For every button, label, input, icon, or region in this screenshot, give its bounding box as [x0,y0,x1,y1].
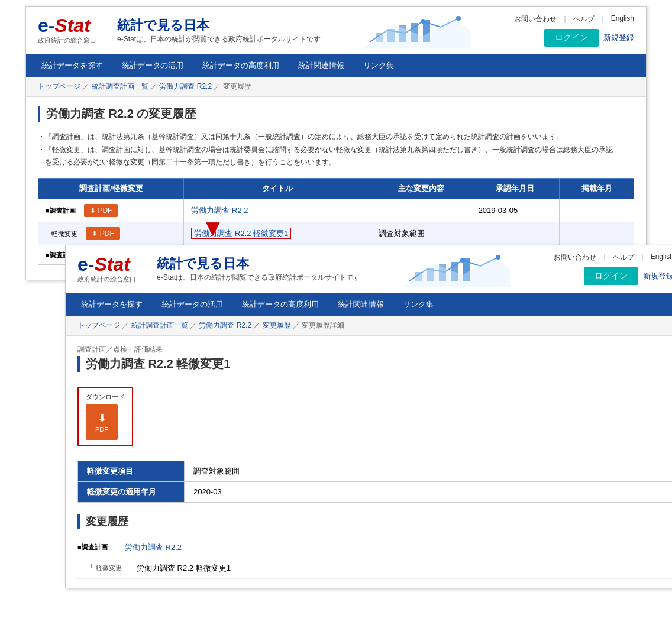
col-header-post: 掲載年月 [560,178,634,199]
row2-changes: 調査対象範囲 [371,222,471,245]
header-chart [364,12,470,48]
bottom-english-link[interactable]: English [651,252,672,263]
header-buttons: ログイン 新規登録 [544,29,634,47]
logo-area: e-Stat 政府統計の総合窓口 統計で見る日本 e-Statは、日本の統計が閲… [38,15,321,45]
history-link-1[interactable]: 労働力調査 R2.2 [125,543,182,552]
bottom-bc-survey[interactable]: 労働力調査 R2.2 [199,321,251,329]
bottom-nav-item-1[interactable]: 統計データを探す [72,293,152,316]
bottom-nav-item-2[interactable]: 統計データの活用 [152,293,232,316]
bottom-site-title: 統計で見る日本 [157,255,360,273]
download-pdf-button[interactable]: ⬇ PDF [86,404,118,440]
main-nav: 統計データを探す 統計データの活用 統計データの高度利用 統計関連情報 リンク集 [26,54,646,77]
history-title-1: 労働力調査 R2.2 [125,542,672,553]
bottom-header-chart [403,251,510,287]
history-item-1: ■調査計画 労働力調査 R2.2 [77,537,672,558]
svg-point-1 [456,16,461,21]
description: ・「調査計画」は、統計法第九条（基幹統計調査）又は同第十九条（一般統計調査）の定… [38,131,634,169]
row1-type: ■調査計画 ⬇ PDF [38,199,184,222]
history-title: 変更履歴 [77,514,672,529]
bottom-site-title-area: 統計で見る日本 e-Statは、日本の統計が閲覧できる政府統計ポータルサイトです [157,255,360,283]
bottom-nav-item-5[interactable]: リンク集 [393,293,443,316]
help-link[interactable]: ヘルプ [573,14,595,24]
bottom-bc-current: 変更履歴詳細 [302,321,344,329]
pdf-button-2[interactable]: ⬇ PDF [86,227,119,240]
top-header: e-Stat 政府統計の総合窓口 統計で見る日本 e-Statは、日本の統計が閲… [26,7,646,54]
bottom-nav-item-4[interactable]: 統計関連情報 [328,293,393,316]
table-row: ■調査計画 ⬇ PDF 労働力調査 R2.2 2019-03-05 [38,199,634,222]
bottom-window: e-Stat 政府統計の総合窓口 統計で見る日本 e-Statは、日本の統計が閲… [65,245,672,588]
header-links: お問い合わせ ｜ ヘルプ ｜ English [514,14,634,24]
section-label: 調査計画／点検・評価結果 [77,345,672,355]
table-row: 軽微変更 ⬇ PDF 労働力調査 R2.2 軽微変更1 調査対象範囲 [38,222,634,245]
logo-stat: Stat [54,15,90,36]
row1-changes [371,199,471,222]
logo-dash: - [49,15,55,36]
history-title-2: 労働力調査 R2.2 軽微変更1 [137,563,672,574]
bottom-logo-subtitle: 政府統計の総合窓口 [77,275,136,284]
download-label: ダウンロード [86,393,125,401]
bottom-help-link[interactable]: ヘルプ [613,252,634,263]
bottom-main-nav: 統計データを探す 統計データの活用 統計データの高度利用 統計関連情報 リンク集 [66,293,672,316]
bottom-page-content: 調査計画／点検・評価結果 労働力調査 R2.2 軽微変更1 ダウンロード ⬇ P… [66,336,672,588]
bottom-bc-list[interactable]: 統計調査計画一覧 [131,321,188,329]
row2-type: 軽微変更 ⬇ PDF [38,222,184,245]
register-button[interactable]: 新規登録 [603,29,634,47]
logo: e-Stat 政府統計の総合窓口 [38,15,96,45]
detail-row-1: 軽微変更項目 調査対象範囲 [78,461,673,481]
detail-table: 軽微変更項目 調査対象範囲 軽微変更の適用年月 2020-03 [77,461,672,503]
bottom-header-buttons: ログイン 新規登録 [584,267,672,285]
nav-item-1[interactable]: 統計データを探す [32,54,112,77]
download-box[interactable]: ダウンロード ⬇ PDF [77,387,133,446]
english-link[interactable]: English [611,14,634,24]
pdf-button-1[interactable]: ⬇ PDF [84,204,118,217]
bottom-bc-top[interactable]: トップページ [77,321,120,329]
breadcrumb-top[interactable]: トップページ [38,82,80,90]
row1-approval: 2019-03-05 [471,199,560,222]
bottom-logo-area: e-Stat 政府統計の総合窓口 統計で見る日本 e-Statは、日本の統計が閲… [77,254,360,284]
logo-e: e [38,15,49,36]
detail-row-2: 軽微変更の適用年月 2020-03 [78,481,673,502]
history-type-1: ■調査計画 [77,543,119,552]
col-header-title: タイトル [184,178,371,199]
nav-item-4[interactable]: 統計関連情報 [289,54,354,77]
nav-item-3[interactable]: 統計データの高度利用 [193,54,289,77]
bottom-nav-item-3[interactable]: 統計データの高度利用 [232,293,328,316]
download-icon: ⬇ [98,412,106,425]
bottom-breadcrumb: トップページ ／ 統計調査計画一覧 ／ 労働力調査 R2.2 ／ 変更履歴 ／ … [66,316,672,336]
survey-link-1[interactable]: 労働力調査 R2.2 [191,206,248,215]
row2-approval [471,222,560,245]
top-window: e-Stat 政府統計の総合窓口 統計で見る日本 e-Statは、日本の統計が閲… [25,6,647,280]
download-pdf-label: PDF [95,426,108,433]
bottom-login-button[interactable]: ログイン [584,267,638,285]
breadcrumb-survey[interactable]: 労働力調査 R2.2 [159,82,212,90]
bottom-header: e-Stat 政府統計の総合窓口 統計で見る日本 e-Statは、日本の統計が閲… [66,245,672,293]
arrow-indicator: ▼ [201,216,225,239]
nav-item-2[interactable]: 統計データの活用 [112,54,193,77]
detail-label-1: 軽微変更項目 [78,461,185,481]
header-right: お問い合わせ ｜ ヘルプ ｜ English ログイン 新規登録 [514,14,634,47]
contact-link[interactable]: お問い合わせ [514,14,557,24]
bottom-site-desc: e-Statは、日本の統計が閲覧できる政府統計ポータルサイトです [157,273,360,283]
breadcrumb-current: 変更履歴 [223,82,251,90]
row2-post [560,222,634,245]
bottom-contact-link[interactable]: お問い合わせ [554,252,596,263]
site-title-area: 統計で見る日本 e-Statは、日本の統計が閲覧できる政府統計ポータルサイトです [117,17,321,44]
col-header-changes: 主な変更内容 [371,178,471,199]
nav-item-5[interactable]: リンク集 [354,54,403,77]
history-list: ■調査計画 労働力調査 R2.2 └ 軽微変更 労働力調査 R2.2 軽微変更1 [77,537,672,579]
breadcrumb: トップページ ／ 統計調査計画一覧 ／ 労働力調査 R2.2 ／ 変更履歴 [26,77,646,97]
bottom-logo-e: e [77,254,88,275]
row1-post [560,199,634,222]
page-title: 労働力調査 R2.2 の変更履歴 [38,106,634,122]
bottom-logo: e-Stat 政府統計の総合窓口 [77,254,136,284]
bottom-logo-stat: Stat [94,254,130,275]
login-button[interactable]: ログイン [544,29,599,47]
bottom-header-links: お問い合わせ ｜ ヘルプ ｜ English [554,252,672,263]
bottom-header-right: お問い合わせ ｜ ヘルプ ｜ English ログイン 新規登録 [554,252,672,285]
bottom-bc-history[interactable]: 変更履歴 [263,321,291,329]
logo-subtitle: 政府統計の総合窓口 [38,36,96,45]
bottom-register-button[interactable]: 新規登録 [643,267,672,285]
bottom-logo-dash: - [88,254,95,275]
breadcrumb-list[interactable]: 統計調査計画一覧 [92,82,148,90]
history-type-2: └ 軽微変更 [89,564,131,572]
